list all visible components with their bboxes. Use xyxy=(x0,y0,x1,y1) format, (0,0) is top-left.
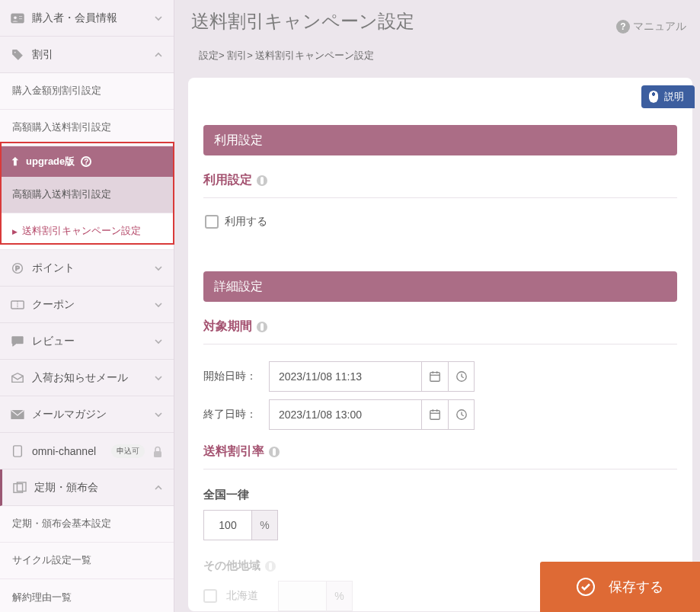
chevron-up-icon xyxy=(154,483,163,492)
sidebar-item-magazine[interactable]: メールマガジン xyxy=(0,396,174,433)
calendar-repeat-icon xyxy=(13,482,27,494)
sidebar-sub-amount-discount[interactable]: 購入金額別割引設定 xyxy=(0,73,174,110)
start-datetime-input[interactable] xyxy=(269,361,421,392)
section-bar-label: 詳細設定 xyxy=(214,279,263,295)
field-heading-usage: 利用設定 xyxy=(203,172,677,188)
calendar-icon xyxy=(429,409,441,421)
hokkaido-input xyxy=(278,581,327,611)
sidebar-item-point[interactable]: P ポイント xyxy=(0,250,174,287)
svg-point-1 xyxy=(14,16,18,20)
svg-rect-10 xyxy=(14,445,22,456)
sidebar-sub-upgrade-high[interactable]: 高額購入送料割引設定 xyxy=(0,177,174,213)
sidebar-sub-upgrade-campaign[interactable]: 送料割引キャンペーン設定 xyxy=(0,213,174,250)
field-heading-period: 対象期間 xyxy=(203,319,677,335)
sidebar-sub-subscription-cycle[interactable]: サイクル設定一覧 xyxy=(0,543,174,579)
nationwide-input[interactable] xyxy=(203,510,252,540)
region-label: 北海道 xyxy=(226,589,269,603)
chevron-down-icon xyxy=(154,300,163,309)
check-circle-icon xyxy=(577,578,595,596)
crumb-a[interactable]: 設定 xyxy=(199,50,219,61)
sidebar-item-review[interactable]: レビュー xyxy=(0,323,174,360)
svg-text:P: P xyxy=(15,264,20,272)
checkbox-icon[interactable] xyxy=(205,215,219,229)
sidebar-item-discount[interactable]: 割引 xyxy=(0,37,174,73)
sidebar-sub-high-discount[interactable]: 高額購入送料割引設定 xyxy=(0,110,174,146)
lock-icon xyxy=(152,446,163,457)
use-checkbox-row[interactable]: 利用する xyxy=(205,215,676,229)
chevron-up-icon xyxy=(154,50,163,59)
id-card-icon xyxy=(11,12,24,24)
tooltip-icon[interactable] xyxy=(257,175,267,186)
end-input-group xyxy=(269,399,475,430)
tag-icon xyxy=(11,49,24,61)
sidebar-item-omni[interactable]: omni-channel 申込可 xyxy=(0,433,174,469)
help-icon: ? xyxy=(616,20,630,34)
upgrade-label: upgrade版 xyxy=(26,155,75,168)
explain-label: 説明 xyxy=(664,90,684,104)
section-bar-label: 利用設定 xyxy=(214,133,263,149)
sidebar-item-restock[interactable]: 入荷お知らせメール xyxy=(0,360,174,396)
sidebar-sub-label: 高額購入送料割引設定 xyxy=(12,188,111,201)
sidebar-item-coupon[interactable]: クーポン xyxy=(0,287,174,323)
sidebar-sub-subscription-cancel[interactable]: 解約理由一覧 xyxy=(0,579,174,612)
calendar-button[interactable] xyxy=(421,361,448,392)
upload-icon: ⬆ xyxy=(11,155,20,168)
apply-pill: 申込可 xyxy=(111,444,145,458)
divider xyxy=(203,197,677,198)
sidebar-item-subscription[interactable]: 定期・頒布会 xyxy=(0,469,174,506)
percent-unit: % xyxy=(327,581,353,611)
page-title: 送料割引キャンペーン設定 xyxy=(191,9,414,34)
mail-icon xyxy=(11,409,24,421)
field-heading-label: 対象期間 xyxy=(203,319,252,335)
crumb-b[interactable]: 割引 xyxy=(227,50,247,61)
calendar-button[interactable] xyxy=(421,399,448,430)
clock-button[interactable] xyxy=(448,361,475,392)
tooltip-icon[interactable] xyxy=(269,447,280,457)
svg-rect-3 xyxy=(19,18,23,20)
clock-icon xyxy=(455,370,468,383)
start-input-group xyxy=(269,361,475,392)
nationwide-heading: 全国一律 xyxy=(203,488,677,502)
sidebar-label: ポイント xyxy=(32,261,146,275)
clock-icon xyxy=(455,409,468,421)
tooltip-icon[interactable] xyxy=(257,322,267,332)
sidebar-item-buyer[interactable]: 購入者・会員情報 xyxy=(0,0,174,37)
chevron-down-icon xyxy=(154,373,163,383)
end-datetime-input[interactable] xyxy=(269,399,421,430)
end-label: 終了日時： xyxy=(203,408,261,421)
explain-badge[interactable]: 説明 xyxy=(641,85,695,108)
field-heading-label: 利用設定 xyxy=(203,172,252,188)
field-heading-rate: 送料割引率 xyxy=(203,444,677,460)
sidebar-label: 入荷お知らせメール xyxy=(32,371,146,385)
end-datetime-row: 終了日時： xyxy=(203,399,677,430)
use-label: 利用する xyxy=(225,215,267,229)
chevron-down-icon xyxy=(154,410,163,419)
svg-rect-14 xyxy=(430,373,439,382)
chevron-down-icon xyxy=(154,264,163,273)
sidebar-sub-subscription-basic[interactable]: 定期・頒布会基本設定 xyxy=(0,506,174,543)
mail-open-icon xyxy=(11,372,24,384)
divider xyxy=(203,469,677,469)
point-icon: P xyxy=(11,262,24,274)
sidebar-sub-label: 定期・頒布会基本設定 xyxy=(12,517,111,530)
crumb-c: 送料割引キャンペーン設定 xyxy=(255,50,374,61)
save-button[interactable]: 保存する xyxy=(540,562,700,612)
sidebar-upgrade-bar[interactable]: ⬆ upgrade版 ? xyxy=(0,146,174,177)
other-region-label: その他地域 xyxy=(203,559,261,573)
settings-card: 説明 利用設定 利用設定 利用する 詳細設定 xyxy=(188,78,692,611)
chat-icon xyxy=(11,335,24,348)
ticket-icon xyxy=(11,299,24,311)
checkbox-icon xyxy=(203,589,217,603)
sidebar-label: 割引 xyxy=(32,48,146,62)
tooltip-icon xyxy=(265,561,276,572)
section-bar-usage: 利用設定 xyxy=(203,125,677,155)
percent-unit: % xyxy=(252,510,278,540)
clock-button[interactable] xyxy=(448,399,475,430)
sidebar-sub-label: 高額購入送料割引設定 xyxy=(12,121,111,134)
manual-link[interactable]: ? マニュアル xyxy=(616,20,686,34)
device-icon xyxy=(11,445,24,457)
sidebar-sub-label: サイクル設定一覧 xyxy=(12,554,91,567)
manual-label: マニュアル xyxy=(633,20,686,34)
chevron-down-icon xyxy=(154,337,163,346)
svg-rect-2 xyxy=(19,16,23,18)
